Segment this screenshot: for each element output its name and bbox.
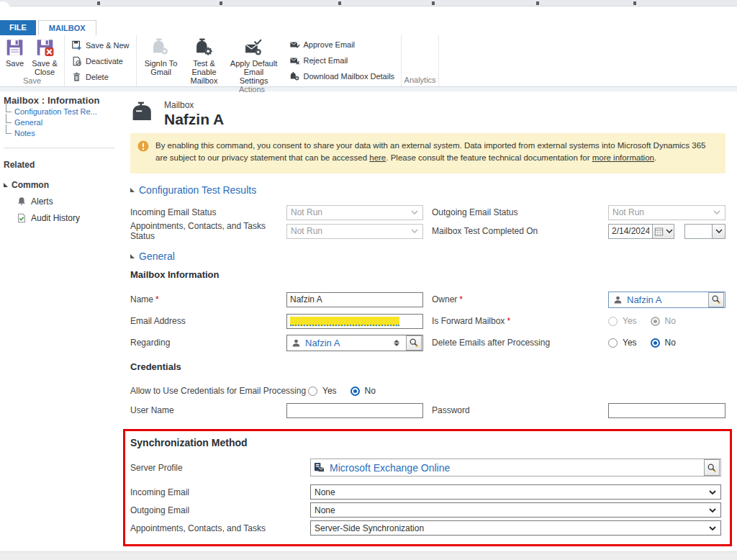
- regarding-label: Regarding: [130, 338, 286, 348]
- approve-email-button[interactable]: Approve Email: [289, 39, 395, 50]
- chevron-down-icon: [666, 229, 673, 233]
- server-profile-value-link[interactable]: Microsoft Exchange Online: [330, 462, 699, 474]
- save-and-new-button[interactable]: Save & New: [71, 40, 130, 50]
- date-input[interactable]: [608, 224, 653, 239]
- group-label-analytics: Analytics: [404, 76, 436, 86]
- test-and-enable-mailbox-button[interactable]: Test & Enable Mailbox: [181, 35, 227, 85]
- forward-no-radio[interactable]: [651, 317, 660, 326]
- browser-avatar: [0, 1, 10, 16]
- email-address-input[interactable]: [286, 314, 423, 329]
- mailbox-information-subheader: Mailbox Information: [130, 269, 725, 280]
- chevron-down-icon: [712, 224, 725, 239]
- reject-email-button[interactable]: Reject Email: [289, 55, 395, 66]
- outgoing-email-status-label: Outgoing Email Status: [423, 207, 608, 217]
- mailbox-entity-icon: [130, 101, 156, 125]
- delete-button[interactable]: Delete: [71, 71, 130, 82]
- name-input[interactable]: [286, 292, 423, 307]
- collapse-triangle-icon: [130, 188, 135, 192]
- section-header-configuration-test-results[interactable]: Configuration Test Results: [130, 184, 725, 196]
- bell-icon: [17, 197, 27, 207]
- ribbon-tab-bar: FILE MAILBOX: [0, 20, 737, 35]
- signin-to-gmail-button[interactable]: SignIn To Gmail: [141, 35, 181, 76]
- owner-lookup[interactable]: Nafzin A: [608, 292, 725, 308]
- server-profile-lookup[interactable]: Microsoft Exchange Online: [310, 459, 721, 477]
- collapse-triangle-icon: [4, 183, 8, 187]
- chevron-down-icon: [713, 210, 720, 214]
- is-forward-mailbox-radio-group: Yes No: [608, 316, 725, 326]
- appointments-contacts-tasks-select[interactable]: Server-Side Synchronization: [310, 520, 721, 536]
- regarding-lookup[interactable]: Nafzin A: [286, 335, 423, 351]
- group-label-save: Save: [2, 76, 62, 86]
- tab-mailbox[interactable]: MAILBOX: [38, 20, 96, 35]
- tab-file[interactable]: FILE: [0, 20, 36, 35]
- allow-yes-radio[interactable]: [308, 387, 317, 396]
- red-highlight-rectangle: Synchronization Method Server Profile Mi…: [123, 429, 732, 546]
- password-label: Password: [423, 405, 608, 415]
- ribbon-group-analytics: Analytics: [402, 35, 439, 86]
- ribbon-group-actions-small: Approve Email Reject Email Download Mail…: [283, 35, 402, 86]
- chevron-down-icon: [709, 490, 716, 494]
- delete-no-radio[interactable]: [651, 338, 660, 348]
- ribbon-group-actions: SignIn To Gmail Test & Enable Mailbox Ap…: [137, 35, 283, 86]
- more-information-link[interactable]: more information: [592, 153, 654, 162]
- ribbon: Save Save & Close Save Save & New Deacti…: [0, 35, 737, 87]
- appointments-status-label: Appointments, Contacts, and Tasks Status: [130, 221, 286, 241]
- allow-no-radio[interactable]: [351, 387, 360, 396]
- spinner-arrows-icon[interactable]: [394, 340, 402, 346]
- sidebar-nav-tree: Configuration Test Re... General Notes: [4, 107, 122, 139]
- sidebar-item-notes[interactable]: Notes: [4, 128, 122, 139]
- redacted-email-value: [290, 317, 399, 326]
- entity-type-label: Mailbox: [164, 100, 224, 110]
- banner-text: By enabling this command, you consent to…: [155, 140, 718, 163]
- credentials-subheader: Credentials: [130, 361, 725, 372]
- save-button[interactable]: Save: [2, 35, 27, 68]
- delete-icon: [71, 72, 82, 82]
- chevron-down-icon: [411, 210, 418, 214]
- download-mailbox-details-button[interactable]: Download Mailbox Details: [289, 71, 395, 81]
- section-header-general[interactable]: General: [130, 250, 725, 262]
- browser-chrome-strip: [0, 0, 737, 6]
- regarding-lookup-button[interactable]: [406, 335, 422, 351]
- envelope-x-icon: [289, 55, 300, 66]
- sidebar-title: Mailbox : Information: [4, 95, 122, 106]
- allow-credentials-radio-group: Yes No: [308, 386, 725, 396]
- save-and-close-button[interactable]: Save & Close: [27, 35, 62, 76]
- sidebar-divider: [4, 148, 115, 148]
- apply-default-email-settings-button[interactable]: Apply Default Email Settings: [227, 35, 281, 85]
- server-profile-lookup-button[interactable]: [704, 459, 720, 476]
- save-icon: [5, 38, 24, 57]
- email-server-profile-icon: [314, 462, 325, 473]
- person-icon: [613, 295, 623, 304]
- user-name-input[interactable]: [286, 403, 423, 418]
- here-link[interactable]: here: [369, 153, 386, 162]
- bottom-gray-strip: [0, 551, 737, 560]
- chevron-down-icon: [709, 526, 716, 530]
- owner-lookup-button[interactable]: [708, 292, 724, 307]
- sidebar-related-label: Related: [4, 160, 122, 170]
- sidebar-section-common[interactable]: Common: [4, 180, 122, 190]
- mailbox-test-completed-label: Mailbox Test Completed On: [423, 226, 608, 236]
- entity-header: Mailbox Nafzin A: [130, 100, 725, 128]
- outgoing-email-select[interactable]: None: [310, 502, 721, 518]
- deactivate-icon: [71, 56, 82, 66]
- forward-yes-radio[interactable]: [608, 317, 618, 326]
- password-input[interactable]: [608, 403, 725, 418]
- owner-label: Owner*: [423, 294, 608, 304]
- sidebar-item-configuration-test-results[interactable]: Configuration Test Re...: [4, 107, 122, 117]
- ribbon-group-save: Save Save & Close Save: [0, 35, 65, 86]
- sidebar-item-alerts[interactable]: Alerts: [4, 197, 122, 207]
- sidebar-item-general[interactable]: General: [4, 117, 122, 128]
- time-select[interactable]: [684, 224, 725, 239]
- delete-yes-radio[interactable]: [608, 338, 618, 348]
- incoming-email-select[interactable]: None: [310, 484, 721, 500]
- incoming-email-status-select[interactable]: Not Run: [286, 205, 423, 220]
- audit-history-icon: [17, 213, 27, 223]
- mailbox-gear-small-icon: [289, 71, 300, 81]
- date-picker-button[interactable]: [653, 224, 674, 239]
- deactivate-button[interactable]: Deactivate: [71, 55, 130, 66]
- sidebar-item-audit-history[interactable]: Audit History: [4, 213, 122, 223]
- save-new-icon: [71, 40, 82, 50]
- appointments-status-select[interactable]: Not Run: [286, 224, 423, 239]
- incoming-email-label: Incoming Email: [130, 487, 310, 497]
- outgoing-email-status-select[interactable]: Not Run: [608, 205, 725, 220]
